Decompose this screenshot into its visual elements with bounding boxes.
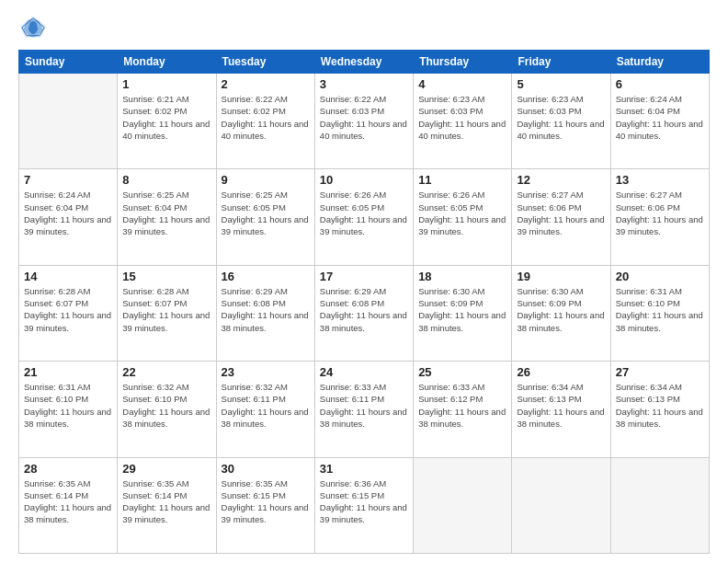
sunset-label: Sunset: 6:13 PM [517, 394, 581, 404]
calendar-day-cell: 14 Sunrise: 6:28 AM Sunset: 6:07 PM Dayl… [19, 265, 118, 361]
sunset-label: Sunset: 6:09 PM [418, 298, 483, 308]
header [18, 15, 710, 40]
weekday-header-wednesday: Wednesday [314, 51, 413, 74]
sunset-label: Sunset: 6:02 PM [222, 106, 286, 116]
daylight-label: Daylight: 11 hours and 40 minutes. [222, 119, 309, 141]
day-number: 27 [616, 365, 704, 379]
sunrise-label: Sunrise: 6:34 AM [616, 382, 682, 392]
calendar-day-cell: 22 Sunrise: 6:32 AM Sunset: 6:10 PM Dayl… [118, 362, 216, 457]
sunset-label: Sunset: 6:03 PM [320, 106, 384, 116]
calendar-day-cell: 31 Sunrise: 6:36 AM Sunset: 6:15 PM Dayl… [314, 457, 413, 553]
sunrise-label: Sunrise: 6:22 AM [320, 94, 386, 104]
daylight-label: Daylight: 11 hours and 38 minutes. [616, 407, 703, 429]
sunset-label: Sunset: 6:05 PM [222, 202, 286, 213]
sunset-label: Sunset: 6:06 PM [517, 202, 581, 213]
sunrise-label: Sunrise: 6:35 AM [222, 478, 288, 488]
day-number: 21 [24, 365, 112, 379]
calendar-week-row: 21 Sunrise: 6:31 AM Sunset: 6:10 PM Dayl… [19, 362, 710, 457]
logo-icon [18, 15, 48, 40]
day-info: Sunrise: 6:27 AM Sunset: 6:06 PM Dayligh… [616, 189, 704, 237]
sunset-label: Sunset: 6:05 PM [418, 202, 483, 213]
sunset-label: Sunset: 6:03 PM [418, 106, 483, 116]
calendar-day-cell: 23 Sunrise: 6:32 AM Sunset: 6:11 PM Dayl… [216, 362, 314, 457]
day-info: Sunrise: 6:28 AM Sunset: 6:07 PM Dayligh… [24, 285, 112, 334]
day-number: 14 [24, 270, 112, 283]
sunrise-label: Sunrise: 6:24 AM [24, 190, 90, 200]
calendar-day-cell: 1 Sunrise: 6:21 AM Sunset: 6:02 PM Dayli… [118, 74, 216, 169]
sunrise-label: Sunrise: 6:28 AM [122, 286, 188, 296]
calendar-day-cell: 28 Sunrise: 6:35 AM Sunset: 6:14 PM Dayl… [19, 457, 118, 553]
calendar-week-row: 1 Sunrise: 6:21 AM Sunset: 6:02 PM Dayli… [19, 74, 710, 169]
day-info: Sunrise: 6:26 AM Sunset: 6:05 PM Dayligh… [320, 189, 408, 237]
day-number: 22 [122, 365, 210, 379]
daylight-label: Daylight: 11 hours and 39 minutes. [24, 214, 111, 236]
sunrise-label: Sunrise: 6:26 AM [418, 190, 484, 200]
day-info: Sunrise: 6:27 AM Sunset: 6:06 PM Dayligh… [517, 189, 605, 237]
sunrise-label: Sunrise: 6:32 AM [122, 382, 188, 392]
day-info: Sunrise: 6:21 AM Sunset: 6:02 PM Dayligh… [122, 93, 210, 142]
day-info: Sunrise: 6:34 AM Sunset: 6:13 PM Dayligh… [517, 381, 605, 430]
weekday-header-saturday: Saturday [610, 51, 709, 74]
daylight-label: Daylight: 11 hours and 40 minutes. [616, 119, 703, 141]
day-number: 11 [418, 173, 506, 187]
day-info: Sunrise: 6:30 AM Sunset: 6:09 PM Dayligh… [418, 285, 506, 334]
sunrise-label: Sunrise: 6:23 AM [418, 94, 484, 104]
calendar-day-cell: 25 Sunrise: 6:33 AM Sunset: 6:12 PM Dayl… [414, 362, 512, 457]
daylight-label: Daylight: 11 hours and 39 minutes. [418, 214, 506, 236]
sunset-label: Sunset: 6:15 PM [320, 490, 384, 500]
daylight-label: Daylight: 11 hours and 39 minutes. [122, 502, 210, 524]
sunset-label: Sunset: 6:08 PM [320, 298, 384, 308]
weekday-header-thursday: Thursday [414, 51, 512, 74]
day-number: 6 [616, 77, 704, 91]
weekday-header-monday: Monday [118, 51, 216, 74]
calendar-day-cell: 26 Sunrise: 6:34 AM Sunset: 6:13 PM Dayl… [512, 362, 610, 457]
calendar-day-cell: 8 Sunrise: 6:25 AM Sunset: 6:04 PM Dayli… [118, 169, 216, 265]
calendar-day-cell: 21 Sunrise: 6:31 AM Sunset: 6:10 PM Dayl… [19, 362, 118, 457]
sunset-label: Sunset: 6:08 PM [222, 298, 286, 308]
daylight-label: Daylight: 11 hours and 39 minutes. [24, 310, 111, 332]
sunrise-label: Sunrise: 6:32 AM [222, 382, 288, 392]
day-number: 20 [616, 270, 704, 283]
day-info: Sunrise: 6:33 AM Sunset: 6:11 PM Dayligh… [320, 381, 408, 430]
day-info: Sunrise: 6:35 AM Sunset: 6:14 PM Dayligh… [24, 477, 112, 526]
day-number: 19 [517, 270, 605, 283]
calendar-day-cell: 18 Sunrise: 6:30 AM Sunset: 6:09 PM Dayl… [414, 265, 512, 361]
day-info: Sunrise: 6:23 AM Sunset: 6:03 PM Dayligh… [517, 93, 605, 142]
day-info: Sunrise: 6:22 AM Sunset: 6:02 PM Dayligh… [222, 93, 310, 142]
day-number: 18 [418, 270, 506, 283]
daylight-label: Daylight: 11 hours and 39 minutes. [122, 214, 210, 236]
calendar-day-cell: 20 Sunrise: 6:31 AM Sunset: 6:10 PM Dayl… [610, 265, 709, 361]
calendar-week-row: 14 Sunrise: 6:28 AM Sunset: 6:07 PM Dayl… [19, 265, 710, 361]
sunrise-label: Sunrise: 6:33 AM [320, 382, 386, 392]
day-info: Sunrise: 6:29 AM Sunset: 6:08 PM Dayligh… [222, 285, 310, 334]
calendar-day-cell: 15 Sunrise: 6:28 AM Sunset: 6:07 PM Dayl… [118, 265, 216, 361]
day-number: 15 [122, 270, 210, 283]
day-number: 9 [222, 173, 310, 187]
day-number: 2 [222, 77, 310, 91]
logo [18, 15, 51, 40]
day-number: 17 [320, 270, 408, 283]
calendar-week-row: 28 Sunrise: 6:35 AM Sunset: 6:14 PM Dayl… [19, 457, 710, 553]
calendar-table: SundayMondayTuesdayWednesdayThursdayFrid… [18, 50, 710, 554]
daylight-label: Daylight: 11 hours and 39 minutes. [320, 502, 407, 524]
sunrise-label: Sunrise: 6:25 AM [122, 190, 188, 200]
daylight-label: Daylight: 11 hours and 39 minutes. [222, 502, 309, 524]
day-number: 26 [517, 365, 605, 379]
daylight-label: Daylight: 11 hours and 38 minutes. [320, 407, 407, 429]
sunrise-label: Sunrise: 6:27 AM [517, 190, 583, 200]
sunset-label: Sunset: 6:11 PM [222, 394, 286, 404]
daylight-label: Daylight: 11 hours and 40 minutes. [418, 119, 506, 141]
day-number: 1 [122, 77, 210, 91]
daylight-label: Daylight: 11 hours and 39 minutes. [517, 214, 604, 236]
day-number: 23 [222, 365, 310, 379]
day-number: 3 [320, 77, 408, 91]
sunrise-label: Sunrise: 6:23 AM [517, 94, 583, 104]
calendar-day-cell: 30 Sunrise: 6:35 AM Sunset: 6:15 PM Dayl… [216, 457, 314, 553]
calendar-day-cell: 13 Sunrise: 6:27 AM Sunset: 6:06 PM Dayl… [610, 169, 709, 265]
sunrise-label: Sunrise: 6:30 AM [418, 286, 484, 296]
day-info: Sunrise: 6:31 AM Sunset: 6:10 PM Dayligh… [24, 381, 112, 430]
sunset-label: Sunset: 6:04 PM [24, 202, 88, 213]
sunset-label: Sunset: 6:10 PM [24, 394, 88, 404]
sunset-label: Sunset: 6:04 PM [616, 106, 680, 116]
sunset-label: Sunset: 6:03 PM [517, 106, 581, 116]
